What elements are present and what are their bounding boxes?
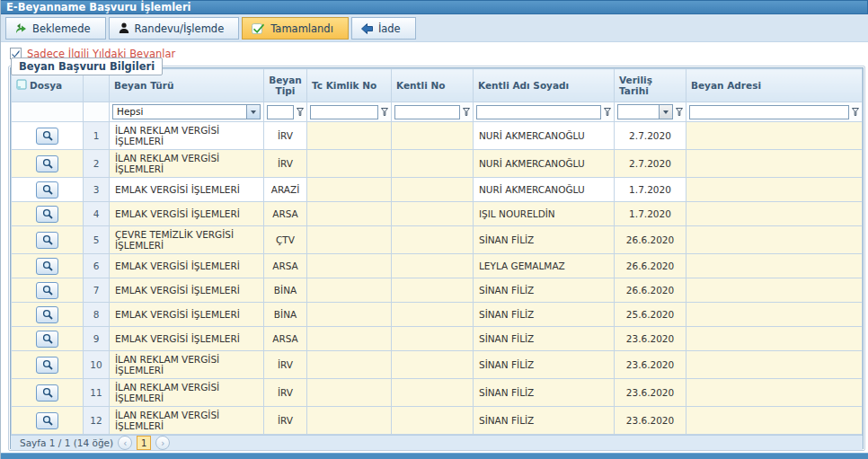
view-file-button[interactable] xyxy=(36,384,58,402)
kentli-no-filter-input[interactable] xyxy=(394,105,460,119)
dosya-cell xyxy=(12,303,84,327)
table-row: 4 EMLAK VERGİSİ İŞLEMLERİ ARSA IŞIL NOUR… xyxy=(12,202,863,226)
magnifier-icon xyxy=(42,387,53,398)
col-header-beyan-tipi[interactable]: Beyan Tipi xyxy=(264,69,307,102)
groupbox-legend: Beyan Başvuru Bilgileri xyxy=(11,57,163,75)
kentli-adi-cell: SİNAN FİLİZ xyxy=(474,351,615,379)
beyan-tipi-filter-input[interactable] xyxy=(267,105,294,119)
beyan-turu-cell: EMLAK VERGİSİ İŞLEMLERİ xyxy=(110,254,264,278)
row-number-cell: 6 xyxy=(84,254,110,278)
kentli-adi-cell: SİNAN FİLİZ xyxy=(474,327,615,351)
pager-next-button[interactable]: › xyxy=(155,436,170,450)
kentli-adi-cell: SİNAN FİLİZ xyxy=(474,226,615,254)
col-header-beyan-adresi[interactable]: Beyan Adresi xyxy=(686,69,863,102)
tc-kimlik-cell xyxy=(307,278,392,303)
tab-iade[interactable]: İade xyxy=(351,17,416,40)
filter-funnel-icon[interactable] xyxy=(297,108,304,116)
col-header-verilis-tarihi[interactable]: Veriliş Tarihi xyxy=(615,69,686,102)
view-file-button[interactable] xyxy=(36,181,58,199)
dosya-cell xyxy=(12,407,84,435)
view-file-button[interactable] xyxy=(36,357,58,374)
kentli-adi-cell: SİNAN FİLİZ xyxy=(474,303,615,327)
view-file-button[interactable] xyxy=(36,232,58,249)
tc-kimlik-filter-input[interactable] xyxy=(310,105,378,119)
kentli-adi-cell: NURİ AKMERCANOĞLU xyxy=(474,178,615,202)
view-file-button[interactable] xyxy=(36,155,58,172)
beyan-basvuru-groupbox: Beyan Başvuru Bilgileri xyxy=(8,66,865,451)
kentli-no-cell xyxy=(392,122,474,150)
tab-randevu-islemde[interactable]: Randevu/İşlemde xyxy=(109,17,240,40)
pager-bar: Sayfa 1 / 1 (14 öğe) ‹ 1 › xyxy=(11,435,863,450)
beyan-adresi-cell xyxy=(686,379,863,407)
chevron-down-icon[interactable] xyxy=(659,105,672,119)
filter-cell-tc-kimlik xyxy=(307,102,392,122)
table-row: 2 İLAN REKLAM VERGİSİ İŞLEMLERİ İRV NURİ… xyxy=(12,150,863,178)
person-icon xyxy=(119,22,129,34)
kentli-adi-cell: NURİ AKMERCANOĞLU xyxy=(474,150,615,178)
row-number-cell: 4 xyxy=(84,202,110,226)
verilis-tarihi-cell: 1.7.2020 xyxy=(615,178,686,202)
verilis-tarihi-filter-dropdown[interactable] xyxy=(617,104,673,119)
dosya-cell xyxy=(12,150,84,178)
beyan-turu-cell: İLAN REKLAM VERGİSİ İŞLEMLERİ xyxy=(110,122,264,150)
dosya-cell xyxy=(12,226,84,254)
beyan-turu-filter-dropdown[interactable]: Hepsi xyxy=(112,104,261,119)
beyan-adresi-cell xyxy=(686,327,863,351)
filter-funnel-icon[interactable] xyxy=(381,108,388,116)
view-file-button[interactable] xyxy=(36,128,58,145)
dosya-cell xyxy=(12,327,84,351)
tc-kimlik-cell xyxy=(307,379,392,407)
dosya-cell xyxy=(12,254,84,278)
app-window: E-Beyanname Başvuru İşlemleri Beklemede … xyxy=(0,0,868,459)
verilis-tarihi-cell: 23.6.2020 xyxy=(615,379,686,407)
table-row: 8 EMLAK VERGİSİ İŞLEMLERİ BİNA SİNAN FİL… xyxy=(12,303,863,327)
pager-current-page[interactable]: 1 xyxy=(137,436,151,450)
beyan-adresi-cell xyxy=(686,226,863,254)
kentli-no-cell xyxy=(392,351,474,379)
view-file-button[interactable] xyxy=(36,258,58,275)
tab-beklemede[interactable]: Beklemede xyxy=(5,17,106,40)
beyan-tipi-cell: İRV xyxy=(264,407,307,435)
magnifier-icon xyxy=(42,415,53,426)
row-number-cell: 5 xyxy=(84,226,110,254)
beyan-tipi-cell: ARAZİ xyxy=(264,178,307,202)
table-row: 12 İLAN REKLAM VERGİSİ İŞLEMLERİ İRV SİN… xyxy=(12,407,863,435)
beyan-adresi-filter-input[interactable] xyxy=(689,105,849,119)
filter-funnel-icon[interactable] xyxy=(604,108,611,116)
bottom-section-bar xyxy=(1,453,868,459)
verilis-tarihi-cell: 23.6.2020 xyxy=(615,327,686,351)
view-file-button[interactable] xyxy=(36,306,58,323)
view-file-button[interactable] xyxy=(36,282,58,299)
tc-kimlik-cell xyxy=(307,226,392,254)
tc-kimlik-cell xyxy=(307,150,392,178)
view-file-button[interactable] xyxy=(36,206,58,223)
chevron-down-icon[interactable] xyxy=(246,105,260,119)
col-header-kentli-no[interactable]: Kentli No xyxy=(392,69,474,102)
tab-tamamlandi[interactable]: Tamamlandı xyxy=(242,17,349,40)
filter-funnel-icon[interactable] xyxy=(676,108,683,116)
col-header-kentli-adi[interactable]: Kentli Adı Soyadı xyxy=(474,69,615,102)
magnifier-icon xyxy=(42,234,53,245)
pager-prev-button[interactable]: ‹ xyxy=(118,436,132,450)
filter-cell-dosya xyxy=(12,102,84,122)
kentli-no-cell xyxy=(392,202,474,226)
tab-label: Randevu/İşlemde xyxy=(135,22,225,35)
magnifier-icon xyxy=(42,333,53,344)
col-header-tc-kimlik-no[interactable]: Tc Kimlik No xyxy=(307,69,392,102)
filter-funnel-icon[interactable] xyxy=(852,108,859,116)
beyan-tipi-cell: İRV xyxy=(264,150,307,178)
pager-summary: Sayfa 1 / 1 (14 öğe) xyxy=(20,437,113,448)
dosya-cell xyxy=(12,122,84,150)
filter-funnel-icon[interactable] xyxy=(463,108,470,116)
view-file-button[interactable] xyxy=(36,331,58,348)
view-file-button[interactable] xyxy=(36,412,58,429)
row-number-cell: 10 xyxy=(84,351,110,379)
magnifier-icon xyxy=(42,309,53,320)
tab-strip: Beklemede Randevu/İşlemde Tamamlandı İad… xyxy=(1,14,868,42)
verilis-tarihi-cell: 2.7.2020 xyxy=(615,122,686,150)
table-row: 7 EMLAK VERGİSİ İŞLEMLERİ BİNA SİNAN FİL… xyxy=(12,278,863,303)
beyan-turu-cell: EMLAK VERGİSİ İŞLEMLERİ xyxy=(110,178,264,202)
beyan-adresi-cell xyxy=(686,254,863,278)
magnifier-icon xyxy=(42,359,53,370)
kentli-adi-filter-input[interactable] xyxy=(476,105,601,119)
